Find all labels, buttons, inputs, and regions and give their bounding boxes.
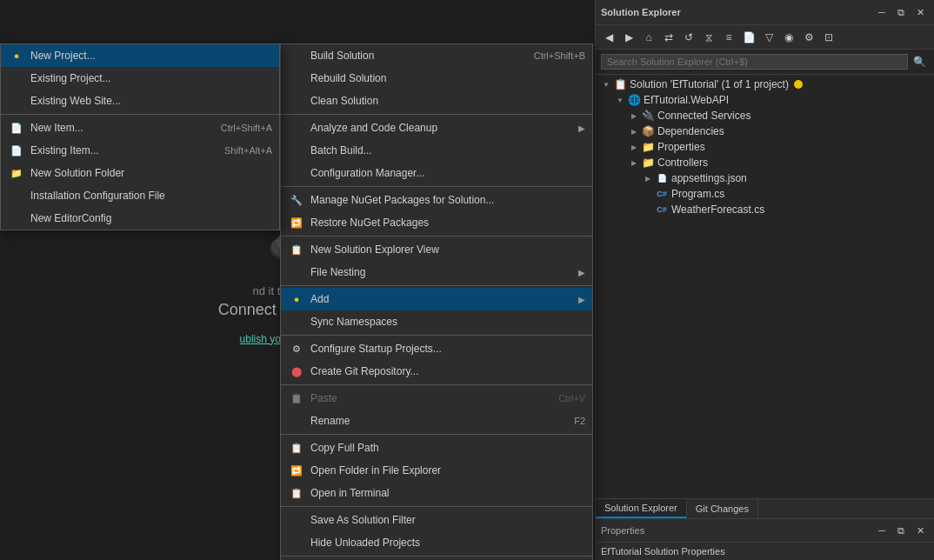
cm-nuget[interactable]: 🔧 Manage NuGet Packages for Solution... xyxy=(281,189,592,211)
cm-new-solution-folder[interactable]: 📁 New Solution Folder xyxy=(1,162,279,184)
solution-label: Solution 'EfTutorial' (1 of 1 project) xyxy=(630,78,789,90)
props-close-icon[interactable]: ✕ xyxy=(911,522,929,539)
se-pin-icon[interactable]: ─ xyxy=(873,3,891,21)
cm-batch-label: Batch Build... xyxy=(310,144,585,157)
cm-install-config[interactable]: Installation Configuration File xyxy=(1,184,279,207)
cm-existing-project[interactable]: Existing Project... xyxy=(1,67,279,90)
tree-dependencies[interactable]: ▶ 📦 Dependencies xyxy=(596,123,934,139)
cm-open-in-explorer[interactable]: 🔁 Open Folder in File Explorer xyxy=(281,459,592,482)
expand-appsettings-icon[interactable]: ▶ xyxy=(641,171,655,185)
cm-restore-nuget[interactable]: 🔁 Restore NuGet Packages xyxy=(281,211,592,234)
cm-create-git[interactable]: ⬤ Create Git Repository... xyxy=(281,360,592,383)
se-home-icon[interactable]: ⌂ xyxy=(639,28,658,47)
appsettings-icon: 📄 xyxy=(655,171,669,185)
hide-icon xyxy=(288,534,305,551)
tree-project[interactable]: ▼ 🌐 EfTutorial.WebAPI xyxy=(596,92,934,108)
cm-new-editorconfig[interactable]: New EditorConfig xyxy=(1,207,279,230)
sep4 xyxy=(281,285,592,286)
terminal-icon: 📋 xyxy=(288,484,305,502)
appsettings-label: appsettings.json xyxy=(671,172,747,184)
install-config-icon xyxy=(8,187,25,204)
cm-batch-build[interactable]: Batch Build... xyxy=(281,139,592,162)
se-refresh-icon[interactable]: ↺ xyxy=(679,28,698,47)
cm-new-item[interactable]: 📄 New Item... Ctrl+Shift+A xyxy=(1,117,279,139)
tab-solution-explorer[interactable]: Solution Explorer xyxy=(596,499,687,518)
se-filter-icon[interactable]: ▽ xyxy=(759,28,778,47)
cm-sync-namespaces[interactable]: Sync Namespaces xyxy=(281,310,592,333)
cm-configure-startup[interactable]: ⚙ Configure Startup Projects... xyxy=(281,337,592,360)
editorconfig-icon xyxy=(8,210,25,227)
solution-explorer-panel: Solution Explorer ─ ⧉ ✕ ◀ ▶ ⌂ ⇄ ↺ ⧖ ≡ 📄 … xyxy=(595,0,934,560)
cm-open-in-terminal[interactable]: 📋 Open in Terminal xyxy=(281,482,592,504)
se-view-icon: 📋 xyxy=(288,241,305,258)
se-preview-icon[interactable]: ⊡ xyxy=(819,28,838,47)
se-settings-icon[interactable]: ⚙ xyxy=(799,28,818,47)
tree-solution-root[interactable]: ▼ 📋 Solution 'EfTutorial' (1 of 1 projec… xyxy=(596,77,934,92)
properties-title-label: Properties xyxy=(601,525,644,536)
cm-file-nesting[interactable]: File Nesting ▶ xyxy=(281,261,592,283)
config-icon xyxy=(288,164,305,182)
cm-existing-website[interactable]: Existing Web Site... xyxy=(1,90,279,112)
cm-copy-full-path[interactable]: 📋 Copy Full Path xyxy=(281,437,592,459)
rename-icon xyxy=(288,412,305,430)
analyze-icon xyxy=(288,119,305,137)
cm-copy-path-label: Copy Full Path xyxy=(310,442,585,454)
props-float-icon[interactable]: ⧉ xyxy=(892,522,910,539)
properties-folder-icon: 📁 xyxy=(641,140,655,154)
cm-clean-solution[interactable]: Clean Solution xyxy=(281,90,592,112)
tree-controllers[interactable]: ▶ 📁 Controllers xyxy=(596,155,934,170)
se-collapse-icon[interactable]: ≡ xyxy=(719,28,738,47)
se-pending-icon[interactable]: ◉ xyxy=(779,28,798,47)
rebuild-icon xyxy=(288,70,305,87)
se-forward-icon[interactable]: ▶ xyxy=(619,28,638,47)
clean-icon xyxy=(288,92,305,110)
cm-save-solution-filter[interactable]: Save As Solution Filter xyxy=(281,509,592,531)
properties-label: Properties xyxy=(657,141,705,153)
cm-new-project[interactable]: ● New Project... xyxy=(1,44,279,67)
se-close-icon[interactable]: ✕ xyxy=(911,3,929,21)
cm-build-solution[interactable]: Build Solution Ctrl+Shift+B xyxy=(281,44,592,67)
sep7 xyxy=(281,434,592,435)
cm-rename[interactable]: Rename F2 xyxy=(281,410,592,432)
cm-new-item-label: New Item... xyxy=(30,122,203,134)
search-icon[interactable]: 🔍 xyxy=(910,52,929,71)
se-sync-icon[interactable]: ⇄ xyxy=(659,28,678,47)
weatherforecast-icon: C# xyxy=(655,203,669,217)
project-icon: 🌐 xyxy=(627,93,641,107)
expand-project-icon[interactable]: ▼ xyxy=(613,93,627,107)
se-history-icon[interactable]: ⧖ xyxy=(699,28,718,47)
cm-existing-item[interactable]: 📄 Existing Item... Shift+Alt+A xyxy=(1,139,279,162)
expand-props-icon[interactable]: ▶ xyxy=(627,140,641,154)
cm-add[interactable]: ● Add ▶ xyxy=(281,288,592,310)
cm-existing-item-label: Existing Item... xyxy=(30,144,207,157)
tree-connected-services[interactable]: ▶ 🔌 Connected Services xyxy=(596,108,934,123)
copy-path-icon: 📋 xyxy=(288,439,305,457)
cm-rebuild-solution[interactable]: Rebuild Solution xyxy=(281,67,592,90)
props-pin-icon[interactable]: ─ xyxy=(873,522,891,539)
expand-connected-icon[interactable]: ▶ xyxy=(627,109,641,123)
cm-analyze[interactable]: Analyze and Code Cleanup ▶ xyxy=(281,117,592,139)
expand-controllers-icon[interactable]: ▶ xyxy=(627,156,641,170)
tree-weatherforecast[interactable]: ▶ C# WeatherForecast.cs xyxy=(596,202,934,217)
explorer-icon: 🔁 xyxy=(288,462,305,479)
cm-new-se-view[interactable]: 📋 New Solution Explorer View xyxy=(281,238,592,261)
search-input[interactable] xyxy=(601,54,908,70)
cm-rename-label: Rename xyxy=(310,415,557,427)
expand-solution-icon[interactable]: ▼ xyxy=(599,77,613,91)
se-float-icon[interactable]: ⧉ xyxy=(892,3,910,21)
tree-appsettings[interactable]: ▶ 📄 appsettings.json xyxy=(596,170,934,186)
se-back-icon[interactable]: ◀ xyxy=(599,28,618,47)
nesting-icon xyxy=(288,263,305,281)
warning-badge xyxy=(794,80,803,89)
cm-config-manager[interactable]: Configuration Manager... xyxy=(281,162,592,184)
tab-git-changes[interactable]: Git Changes xyxy=(687,500,758,517)
cm-hide-unloaded[interactable]: Hide Unloaded Projects xyxy=(281,531,592,554)
new-item-icon: 📄 xyxy=(8,119,25,137)
tree-program[interactable]: ▶ C# Program.cs xyxy=(596,186,934,202)
cm-git-label: Create Git Repository... xyxy=(310,365,585,377)
tree-properties[interactable]: ▶ 📁 Properties xyxy=(596,139,934,155)
sep3 xyxy=(281,236,592,237)
se-show-files-icon[interactable]: 📄 xyxy=(739,28,758,47)
expand-deps-icon[interactable]: ▶ xyxy=(627,124,641,138)
cm-paste-shortcut: Ctrl+V xyxy=(558,393,585,403)
